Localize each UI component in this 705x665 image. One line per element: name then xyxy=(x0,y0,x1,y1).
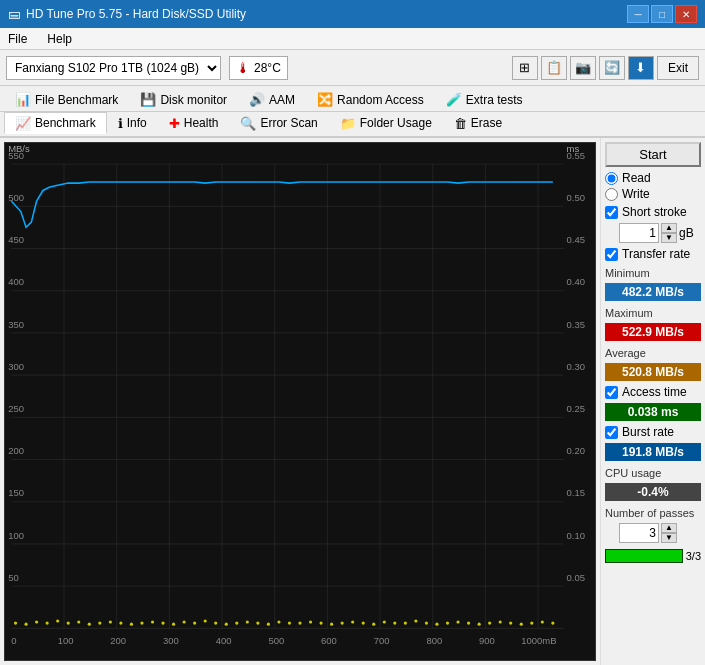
access-time-checkbox[interactable] xyxy=(605,386,618,399)
max-label: Maximum xyxy=(605,307,701,319)
svg-text:0.10: 0.10 xyxy=(567,530,585,541)
passes-up[interactable]: ▲ xyxy=(661,523,677,533)
burst-rate-checkbox[interactable] xyxy=(605,426,618,439)
tabs-row1: 📊 File Benchmark 💾 Disk monitor 🔊 AAM 🔀 … xyxy=(0,86,705,112)
short-stroke-up[interactable]: ▲ xyxy=(661,223,677,233)
maximize-button[interactable]: □ xyxy=(651,5,673,23)
toolbar-icon-5[interactable]: ⬇ xyxy=(628,56,654,80)
access-time-label: Access time xyxy=(622,385,687,399)
svg-point-105 xyxy=(509,621,512,624)
write-radio[interactable] xyxy=(605,188,618,201)
tab-random-access-label: Random Access xyxy=(337,93,424,107)
start-button[interactable]: Start xyxy=(605,142,701,167)
passes-spin-btns: ▲ ▼ xyxy=(661,523,677,543)
temp-display: 🌡 28°C xyxy=(229,56,288,80)
read-label: Read xyxy=(622,171,651,185)
read-radio[interactable] xyxy=(605,172,618,185)
tab-folder-usage[interactable]: 📁 Folder Usage xyxy=(329,112,443,134)
tab-aam-label: AAM xyxy=(269,93,295,107)
svg-point-73 xyxy=(172,623,175,626)
svg-point-87 xyxy=(319,621,322,624)
drive-selector[interactable]: Fanxiang S102 Pro 1TB (1024 gB) xyxy=(6,56,221,80)
progress-bar-bg xyxy=(605,549,683,563)
menu-file[interactable]: File xyxy=(4,31,31,47)
svg-text:0.35: 0.35 xyxy=(567,319,585,330)
main-content: 550 500 450 400 350 300 250 200 150 100 … xyxy=(0,138,705,665)
svg-point-58 xyxy=(14,621,17,624)
exit-button[interactable]: Exit xyxy=(657,56,699,80)
avg-label: Average xyxy=(605,347,701,359)
toolbar-icon-4[interactable]: 🔄 xyxy=(599,56,625,80)
temperature-value: 28°C xyxy=(254,61,281,75)
short-stroke-unit: gB xyxy=(679,226,694,240)
svg-text:0.45: 0.45 xyxy=(567,234,585,245)
svg-point-60 xyxy=(35,620,38,623)
minimize-button[interactable]: ─ xyxy=(627,5,649,23)
svg-point-78 xyxy=(225,623,228,626)
svg-point-82 xyxy=(267,623,270,626)
svg-text:300: 300 xyxy=(163,635,179,646)
title-bar-controls: ─ □ ✕ xyxy=(627,5,697,23)
svg-point-67 xyxy=(109,620,112,623)
tab-aam[interactable]: 🔊 AAM xyxy=(238,88,306,111)
tab-random-access[interactable]: 🔀 Random Access xyxy=(306,88,435,111)
svg-text:0.30: 0.30 xyxy=(567,361,585,372)
toolbar-icon-3[interactable]: 📷 xyxy=(570,56,596,80)
transfer-rate-checkbox[interactable] xyxy=(605,248,618,261)
svg-point-61 xyxy=(46,621,49,624)
svg-point-93 xyxy=(383,620,386,623)
tab-extra-tests[interactable]: 🧪 Extra tests xyxy=(435,88,534,111)
svg-point-72 xyxy=(161,621,164,624)
svg-point-108 xyxy=(541,620,544,623)
short-stroke-down[interactable]: ▼ xyxy=(661,233,677,243)
close-button[interactable]: ✕ xyxy=(675,5,697,23)
svg-point-102 xyxy=(478,623,481,626)
title-bar-left: 🖴 HD Tune Pro 5.75 - Hard Disk/SSD Utili… xyxy=(8,7,246,21)
tab-health[interactable]: ✚ Health xyxy=(158,112,230,134)
passes-input[interactable] xyxy=(619,523,659,543)
progress-row: 3/3 xyxy=(605,549,701,563)
svg-text:500: 500 xyxy=(8,192,24,203)
aam-icon: 🔊 xyxy=(249,92,265,107)
svg-text:600: 600 xyxy=(321,635,337,646)
short-stroke-spinbox-row: ▲ ▼ gB xyxy=(619,223,701,243)
svg-point-76 xyxy=(204,619,207,622)
svg-rect-0 xyxy=(5,143,595,660)
toolbar-icon-1[interactable]: ⊞ xyxy=(512,56,538,80)
drive-row: Fanxiang S102 Pro 1TB (1024 gB) 🌡 28°C ⊞… xyxy=(0,50,705,86)
svg-text:250: 250 xyxy=(8,403,24,414)
tab-error-scan[interactable]: 🔍 Error Scan xyxy=(229,112,328,134)
passes-down[interactable]: ▼ xyxy=(661,533,677,543)
tab-info-label: Info xyxy=(127,116,147,130)
menu-help[interactable]: Help xyxy=(43,31,76,47)
burst-rate-label: Burst rate xyxy=(622,425,674,439)
svg-point-98 xyxy=(435,623,438,626)
short-stroke-spin-btns: ▲ ▼ xyxy=(661,223,677,243)
svg-point-92 xyxy=(372,623,375,626)
svg-point-62 xyxy=(56,619,59,622)
tab-erase-label: Erase xyxy=(471,116,502,130)
title-bar: 🖴 HD Tune Pro 5.75 - Hard Disk/SSD Utili… xyxy=(0,0,705,28)
tab-erase[interactable]: 🗑 Erase xyxy=(443,112,513,134)
svg-point-91 xyxy=(362,621,365,624)
svg-point-103 xyxy=(488,621,491,624)
read-write-group: Read Write xyxy=(605,171,701,201)
error-scan-icon: 🔍 xyxy=(240,116,256,131)
svg-point-65 xyxy=(88,623,91,626)
tab-benchmark[interactable]: 📈 Benchmark xyxy=(4,112,107,134)
menu-bar: File Help xyxy=(0,28,705,50)
tab-info[interactable]: ℹ Info xyxy=(107,112,158,134)
svg-point-83 xyxy=(277,620,280,623)
tab-disk-monitor[interactable]: 💾 Disk monitor xyxy=(129,88,238,111)
svg-point-79 xyxy=(235,621,238,624)
tab-file-benchmark[interactable]: 📊 File Benchmark xyxy=(4,88,129,111)
svg-point-63 xyxy=(67,621,70,624)
toolbar-icon-2[interactable]: 📋 xyxy=(541,56,567,80)
folder-usage-icon: 📁 xyxy=(340,116,356,131)
short-stroke-input[interactable] xyxy=(619,223,659,243)
short-stroke-checkbox[interactable] xyxy=(605,206,618,219)
access-time-row: Access time xyxy=(605,385,701,399)
tab-disk-monitor-label: Disk monitor xyxy=(160,93,227,107)
svg-point-99 xyxy=(446,621,449,624)
burst-rate-row: Burst rate xyxy=(605,425,701,439)
